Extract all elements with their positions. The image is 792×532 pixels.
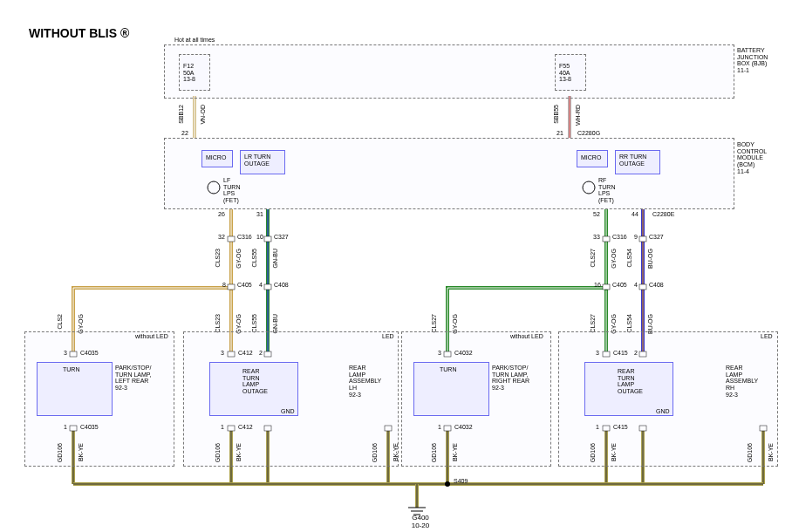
bkye-2: BK-YE xyxy=(236,443,242,461)
bkye-6: BK-YE xyxy=(768,443,774,461)
rf-fet-lbl: RF TURN LPS (FET) xyxy=(598,177,615,204)
cls27-b: CLS27 xyxy=(431,314,437,332)
bjb-label: BATTERY JUNCTION BOX (BJB) 11-1 xyxy=(737,47,768,74)
cls27-c: CLS27 xyxy=(590,314,596,332)
rear-assy-rh: REAR LAMP ASSEMBLY RH 92-3 xyxy=(726,365,758,398)
pin8: 8 xyxy=(222,282,226,289)
without-led-1: without LED xyxy=(135,333,168,340)
c2280g: C2280G xyxy=(577,130,600,137)
rear-turn-lbl-2: REAR TURN LAMP OUTAGE xyxy=(618,368,643,395)
svg-rect-4 xyxy=(603,236,610,242)
cls54-b: CLS54 xyxy=(626,314,632,332)
pin9: 9 xyxy=(634,234,638,241)
c2280e: C2280E xyxy=(652,211,674,218)
svg-rect-5 xyxy=(639,236,646,242)
c408l: C408 xyxy=(274,282,289,289)
pin2b: 2 xyxy=(634,350,638,357)
pin21: 21 xyxy=(556,130,563,137)
gyog-a: GY-OG xyxy=(236,249,242,269)
gd106-3: GD106 xyxy=(372,443,378,462)
cls2-a: CLS2 xyxy=(57,314,63,330)
svg-rect-3 xyxy=(264,236,271,242)
vn-od-label: VN-OD xyxy=(200,105,206,125)
pin44: 44 xyxy=(632,211,638,218)
gd106-1: GD106 xyxy=(57,443,63,462)
pin10: 10 xyxy=(256,234,263,241)
rr-turn-lbl: RR TURN OUTAGE xyxy=(619,153,646,167)
pin31: 31 xyxy=(256,211,263,218)
hot-label: Hot at all times xyxy=(174,37,215,44)
bkye-5: BK-YE xyxy=(611,443,617,461)
pin1a: 1 xyxy=(64,424,67,431)
pin3b: 3 xyxy=(221,350,224,357)
pin4r: 4 xyxy=(634,282,638,289)
svg-rect-6 xyxy=(228,284,235,290)
pin4l: 4 xyxy=(259,282,263,289)
bjb-box xyxy=(164,44,734,99)
c408r: C408 xyxy=(649,282,664,289)
buog-a: BU-OG xyxy=(647,249,653,269)
g400-lbl: G400 10-20 xyxy=(403,515,438,530)
lr-turn-lbl: LR TURN OUTAGE xyxy=(244,153,270,167)
pin3d: 3 xyxy=(596,350,599,357)
c415t: C415 xyxy=(613,350,628,357)
cls55-b: CLS55 xyxy=(251,314,257,332)
lf-fet-lbl: LF TURN LPS (FET) xyxy=(223,177,240,204)
sbb55-label: SBB55 xyxy=(553,105,559,124)
pin1c: 1 xyxy=(438,424,441,431)
cls23-a: CLS23 xyxy=(215,249,221,267)
sbb12-label: SBB12 xyxy=(178,105,184,124)
cls27-a: CLS27 xyxy=(590,249,596,267)
bkye-1: BK-YE xyxy=(78,443,84,461)
gd106-6: GD106 xyxy=(747,443,753,462)
fuse-f12-label: F12 50A 13-8 xyxy=(183,63,195,83)
c4035b: C4035 xyxy=(80,424,99,431)
without-led-2: without LED xyxy=(510,333,543,340)
svg-rect-9 xyxy=(639,284,646,290)
pin1b: 1 xyxy=(221,424,224,431)
park-right-lbl: PARK/STOP/ TURN LAMP, RIGHT REAR 92-3 xyxy=(492,365,529,392)
wh-rd-label: WH-RD xyxy=(575,105,581,126)
pin16: 16 xyxy=(594,282,601,289)
gnd-2: GND xyxy=(656,408,670,415)
c316r: C316 xyxy=(612,234,627,241)
s409-lbl: S409 xyxy=(454,478,468,485)
turn-lbl-2: TURN xyxy=(440,366,456,373)
c412b: C412 xyxy=(238,424,253,431)
gd106-2: GD106 xyxy=(215,443,221,462)
svg-point-13 xyxy=(445,481,450,487)
bcm-label: BODY CONTROL MODULE (BCM) 11-4 xyxy=(737,141,767,174)
c327r: C327 xyxy=(649,234,664,241)
gd106-4: GD106 xyxy=(431,443,437,462)
svg-point-1 xyxy=(604,285,609,290)
pin1d: 1 xyxy=(596,424,599,431)
gnbu-a: GN-BU xyxy=(272,249,278,269)
c415b: C415 xyxy=(613,424,628,431)
cls55-a: CLS55 xyxy=(251,249,257,267)
pin32: 32 xyxy=(218,234,225,241)
micro-right-lbl: MICRO xyxy=(581,154,601,161)
bkye-3: BK-YE xyxy=(393,443,399,461)
svg-rect-7 xyxy=(264,284,271,290)
cls23-b: CLS23 xyxy=(215,314,221,332)
pin26: 26 xyxy=(218,211,225,218)
pin52: 52 xyxy=(593,211,600,218)
c412t: C412 xyxy=(238,350,253,357)
gnd-1: GND xyxy=(281,408,295,415)
park-left-lbl: PARK/STOP/ TURN LAMP, LEFT REAR 92-3 xyxy=(115,365,152,392)
c316l: C316 xyxy=(237,234,252,241)
svg-rect-8 xyxy=(603,284,610,290)
c405l: C405 xyxy=(237,282,252,289)
gd106-5: GD106 xyxy=(590,443,596,462)
diagram-title: WITHOUT BLIS ® xyxy=(29,26,129,40)
led-1: LED xyxy=(382,333,394,340)
rear-turn-lbl-1: REAR TURN LAMP OUTAGE xyxy=(242,368,268,395)
pin2a: 2 xyxy=(259,350,263,357)
pin22: 22 xyxy=(181,130,188,137)
pin3c: 3 xyxy=(438,350,441,357)
cls54-a: CLS54 xyxy=(626,249,632,267)
c405r: C405 xyxy=(612,282,627,289)
turn-lbl-1: TURN xyxy=(63,366,79,373)
c4035t: C4035 xyxy=(80,350,99,357)
bkye-4: BK-YE xyxy=(452,443,458,461)
